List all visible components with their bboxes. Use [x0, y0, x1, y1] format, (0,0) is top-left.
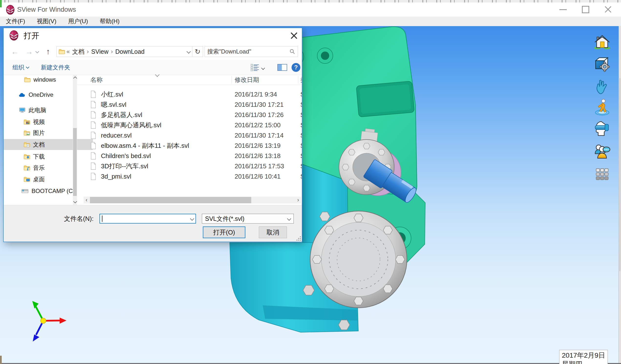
refresh-button[interactable]: ↻	[192, 46, 203, 57]
file-row[interactable]: 多足机器人.svl 2016/11/30 17:26 S	[77, 110, 302, 120]
close-button[interactable]	[602, 2, 614, 17]
scroll-right-icon[interactable]: ›	[295, 197, 301, 203]
tooltip-date: 2017年2月9日	[562, 351, 605, 360]
column-divider[interactable]	[298, 76, 298, 83]
file-row[interactable]: 小红.svl 2016/12/1 9:34 S	[77, 89, 302, 99]
chevron-down-icon[interactable]	[261, 66, 265, 70]
chevron-down-icon[interactable]	[187, 50, 191, 54]
maximize-button[interactable]	[580, 2, 591, 17]
sidebar-item-bootcamp-drive[interactable]: BOOTCAMP (C:	[4, 185, 90, 197]
filetype-value: SVL文件(*.svl)	[205, 215, 244, 223]
file-name: 嗯.svl.svl	[101, 99, 126, 110]
column-divider[interactable]	[231, 76, 232, 83]
file-type: S	[300, 110, 302, 120]
sidebar-label: 视频	[33, 118, 45, 126]
sidebar-label: windows	[34, 76, 56, 83]
sidebar-label: 桌面	[33, 175, 45, 183]
breadcrumb-separator: ›	[85, 48, 90, 55]
model-settings-icon	[593, 55, 611, 73]
file-list: 小红.svl 2016/12/1 9:34 S 嗯.svl.svl 2016/1…	[77, 89, 302, 182]
view-mode-icon[interactable]	[251, 64, 259, 71]
file-row[interactable]: 低噪声离心通风机.svl 2016/12/2 15:00 S	[77, 120, 302, 130]
file-name: reducer.svl	[101, 130, 132, 140]
folder-icon	[59, 49, 65, 54]
apps-grid-button[interactable]	[593, 165, 611, 183]
menu-user[interactable]: 用户(U)	[62, 17, 94, 26]
minimize-button[interactable]	[557, 2, 569, 17]
cancel-button[interactable]: 取消	[259, 227, 287, 238]
file-row[interactable]: 3d_pmi.svl 2016/12/6 10:41 S	[77, 171, 302, 182]
background-window-fragment	[0, 0, 2, 7]
list-header: 名称 修改日期 类	[77, 75, 302, 85]
breadcrumb-collapsed[interactable]: «	[65, 48, 71, 55]
vr-view-button[interactable]	[593, 119, 611, 137]
file-icon	[90, 163, 96, 170]
taskbar-edge	[0, 363, 621, 364]
sidebar-label: OneDrive	[29, 91, 53, 98]
nav-history-dropdown[interactable]	[36, 50, 39, 53]
address-bar[interactable]: « 文档 › SView › DownLoad	[56, 46, 192, 57]
column-type[interactable]: 类	[300, 75, 302, 84]
breadcrumb-download[interactable]: DownLoad	[114, 48, 146, 55]
file-row[interactable]: Children's bed.svl 2016/12/6 13:18 S	[77, 151, 302, 161]
sidebar-label: 文档	[33, 141, 45, 149]
nav-back-button[interactable]: ←	[10, 47, 20, 56]
file-icon	[90, 121, 96, 129]
file-type: S	[300, 171, 302, 182]
file-row[interactable]: 嗯.svl.svl 2016/11/30 17:21 S	[77, 99, 302, 110]
file-row[interactable]: reducer.svl 2016/11/30 17:14 S	[77, 130, 302, 140]
model-settings-button[interactable]	[593, 55, 611, 73]
chevron-down-icon	[26, 65, 29, 69]
select-hand-button[interactable]	[593, 77, 611, 95]
chevron-down-icon	[73, 199, 77, 203]
search-box[interactable]: 搜索"DownLoad"	[205, 46, 298, 57]
onedrive-icon	[19, 92, 26, 98]
organize-label: 组织	[13, 60, 24, 75]
dialog-footer: 文件名(N): SVL文件(*.svl) 打开(O) 取消	[4, 205, 302, 242]
chevron-down-icon[interactable]	[190, 217, 194, 221]
file-row[interactable]: 3D打印--汽车.svl 2016/12/15 17:53 S	[77, 161, 302, 171]
collaboration-button[interactable]	[593, 143, 611, 161]
help-button[interactable]: ?	[292, 63, 300, 72]
scrollbar-thumb[interactable]	[90, 197, 251, 203]
menu-view[interactable]: 视图(V)	[31, 17, 62, 26]
file-date: 2016/12/6 13:18	[235, 151, 281, 161]
chevron-up-icon	[73, 76, 77, 80]
organize-button[interactable]: 组织	[13, 60, 29, 75]
app-titlebar: SView For Windows	[0, 2, 621, 17]
filetype-select[interactable]: SVL文件(*.svl)	[202, 214, 294, 224]
new-folder-button[interactable]: 新建文件夹	[41, 60, 70, 75]
column-name[interactable]: 名称	[90, 75, 103, 84]
file-type: S	[300, 120, 302, 130]
breadcrumb-sview[interactable]: SView	[90, 48, 109, 55]
videos-folder-icon	[24, 119, 30, 125]
horizontal-scrollbar[interactable]: ‹ ›	[84, 197, 301, 203]
scroll-left-icon[interactable]: ‹	[84, 197, 89, 203]
nav-forward-button[interactable]: →	[24, 47, 34, 56]
menu-help[interactable]: 帮助(H)	[94, 17, 125, 26]
dialog-close-button[interactable]	[288, 30, 300, 42]
sidebar-scrollbar[interactable]	[73, 75, 77, 205]
home-button[interactable]	[593, 33, 611, 51]
file-type: S	[300, 151, 302, 161]
file-icon	[90, 91, 96, 98]
breadcrumb-documents[interactable]: 文档	[71, 48, 85, 56]
file-type: S	[300, 161, 302, 171]
walkthrough-button[interactable]	[593, 98, 611, 116]
scrollbar-thumb[interactable]	[73, 128, 77, 196]
column-date-modified[interactable]: 修改日期	[235, 75, 259, 84]
file-date: 2016/11/30 17:26	[235, 110, 283, 120]
resize-grip[interactable]	[296, 236, 301, 241]
filename-input[interactable]	[100, 214, 196, 224]
file-date: 2016/12/6 13:19	[235, 140, 281, 151]
dialog-command-bar: 组织 新建文件夹 ?	[4, 60, 302, 75]
menu-file[interactable]: 文件(F)	[0, 17, 31, 26]
open-button[interactable]: 打开(O)	[203, 227, 245, 238]
dialog-title: 打开	[24, 28, 39, 43]
file-row[interactable]: elbow.asm.4 - 副本11 - 副本.svl 2016/12/6 13…	[77, 140, 302, 151]
file-icon	[90, 152, 96, 160]
breadcrumb-separator: ›	[109, 48, 114, 55]
menu-bar: 文件(F) 视图(V) 用户(U) 帮助(H)	[0, 17, 621, 26]
preview-pane-icon[interactable]	[277, 64, 287, 71]
nav-up-button[interactable]: ↑	[43, 47, 53, 56]
